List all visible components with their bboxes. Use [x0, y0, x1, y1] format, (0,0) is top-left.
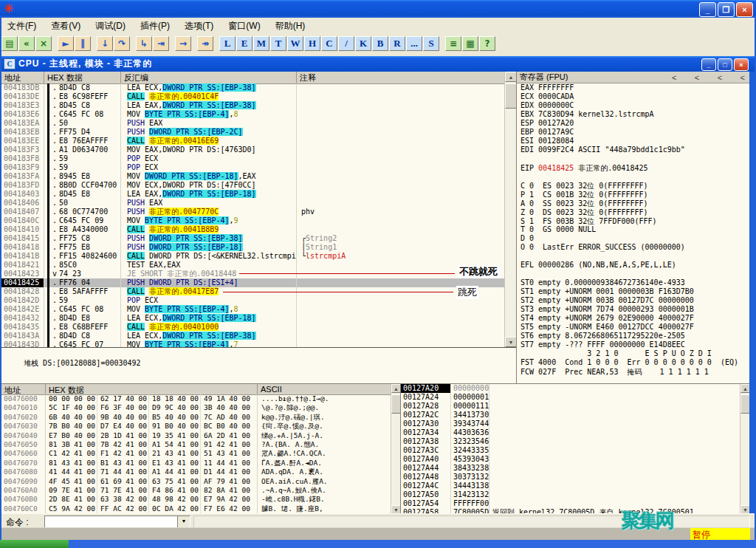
cpu-minimize-button[interactable]: _	[701, 58, 716, 71]
disasm-row[interactable]: 0041842E.C645 FC 08MOV BYTE PTR SS:[EBP-…	[1, 305, 504, 314]
menu-item[interactable]: 文件(F)	[0, 18, 44, 35]
dump-row[interactable]: 0047607081 43 41 00B1 43 41 00E1 43 41 0…	[1, 459, 391, 467]
pane-run-trace-button[interactable]: ...	[406, 36, 422, 51]
menu-item[interactable]: 窗口(W)	[221, 18, 267, 35]
command-combobox[interactable]: ▼	[44, 516, 190, 528]
disasm-row[interactable]: 004183F9.59POP ECX	[1, 163, 504, 172]
dump-row[interactable]: 0047605081 3B 41 007B 42 41 00A1 54 41 0…	[1, 440, 391, 449]
pane-references-button[interactable]: R	[389, 36, 405, 51]
close-button[interactable]: ×	[736, 2, 753, 17]
pane-executables-button[interactable]: E	[236, 36, 252, 51]
stack-row[interactable]: 00127A5031423132	[401, 490, 749, 499]
stack-row[interactable]: 00127A2400000001	[401, 393, 749, 402]
stack-row[interactable]: 00127A2C34413730	[401, 411, 749, 419]
disasm-row[interactable]: 0041843A.8D4D C8LEA ECX,DWORD PTR SS:[EB…	[1, 332, 504, 340]
pane-memory-button[interactable]: M	[253, 36, 269, 51]
dump-row[interactable]: 004760206B 40 40 009B 40 40 00B5 40 40 0…	[1, 413, 391, 422]
disasm-row[interactable]: 004183DB.8D4D C8LEA ECX,DWORD PTR SS:[EB…	[1, 83, 504, 92]
menu-item[interactable]: 调试(D)	[88, 18, 133, 35]
start-button[interactable]	[0, 540, 69, 548]
dump-row[interactable]: 004760A009 7E 41 0071 7E 41 00F4 86 41 0…	[1, 486, 391, 495]
stack-row[interactable]: 00127A3039343744	[401, 419, 749, 428]
dump-row[interactable]: 0047608041 44 41 0071 44 41 00A1 44 41 0…	[1, 467, 391, 476]
restart-button[interactable]: «	[18, 36, 35, 51]
stack-row[interactable]: 00127A2000000000	[401, 384, 749, 393]
animate-over-button[interactable]: ⇥	[153, 36, 169, 51]
stack-row[interactable]: 00127A4438433238	[401, 464, 749, 473]
scroll-up-icon[interactable]: ▲	[740, 384, 749, 393]
stack-row[interactable]: 00127A4830373132	[401, 473, 749, 482]
pane-patches-button[interactable]: /	[338, 36, 354, 51]
scroll-down-icon[interactable]: ▼	[740, 505, 749, 513]
registers-pane[interactable]: 寄存器 (FPU) < < < < EAX FFFFFFFFECX 0000CA…	[516, 72, 749, 383]
dump-row[interactable]: 004760105C 1F 40 00F6 3F 40 00D9 9C 40 0…	[1, 403, 391, 412]
disasm-row[interactable]: 00418425.FF76 04PUSH DWORD PTR DS:[ESI+4…	[1, 278, 504, 287]
execute-till-return-button[interactable]: →	[175, 36, 191, 51]
disasm-row[interactable]: 004183EB.FF75 D4PUSH DWORD PTR SS:[EBP-2…	[1, 128, 504, 137]
dump-row[interactable]: 004760307B B0 40 00D7 E4 40 0091 B0 40 0…	[1, 422, 391, 431]
disasm-row[interactable]: 004183EE.E8 76EAFFFFCALL 非正常的.00416E69	[1, 137, 504, 145]
disasm-row[interactable]: 00418415.FF75 C8PUSH DWORD PTR SS:[EBP-3…	[1, 234, 504, 243]
menu-item[interactable]: 插件(P)	[133, 18, 177, 35]
disasm-row[interactable]: 00418432.8D4D E8LEA ECX,DWORD PTR SS:[EB…	[1, 314, 504, 323]
stack-row[interactable]: 00127A4045393043	[401, 455, 749, 464]
run-button[interactable]: ►	[58, 36, 74, 51]
stack-row[interactable]: 00127A3C32443335	[401, 446, 749, 455]
cpu-window-titlebar[interactable]: C CPU - 主线程, 模块 - 非正常的 _ □ ×	[1, 56, 755, 72]
command-input[interactable]	[45, 516, 177, 527]
dump-row[interactable]: 004760B02D 8E 41 0063 38 42 0048 98 42 0…	[1, 495, 391, 504]
disasm-row[interactable]: 00418435.E8 C68BFEFFCALL 非正常的.00401000	[1, 323, 504, 332]
scroll-down-icon[interactable]: ▼	[505, 337, 517, 347]
pane-windows-button[interactable]: W	[287, 36, 303, 51]
dump-row[interactable]: 0047600000 00 00 0062 17 40 0018 18 40 0…	[1, 394, 391, 403]
disasm-row[interactable]: 0041842D.59POP ECX	[1, 296, 504, 305]
go-to-button[interactable]: ↠	[197, 36, 213, 51]
step-into-button[interactable]: ↓	[97, 36, 113, 51]
disasm-row[interactable]: 004183E3.8D45 C8LEA EAX,DWORD PTR SS:[EB…	[1, 101, 504, 110]
menu-item[interactable]: 选项(T)	[177, 18, 221, 35]
disasm-row[interactable]: 00418403.8D45 E8LEA EAX,DWORD PTR SS:[EB…	[1, 190, 504, 199]
menu-item[interactable]: 查看(V)	[44, 18, 88, 35]
scrollbar-thumb[interactable]	[740, 394, 749, 414]
pane-breakpoints-button[interactable]: B	[372, 36, 388, 51]
menu-item[interactable]: 帮助(H)	[268, 18, 313, 35]
open-file-button[interactable]: ▤	[1, 36, 18, 51]
pane-handles-button[interactable]: H	[304, 36, 320, 51]
cpu-maximize-button[interactable]: □	[718, 58, 732, 71]
pane-call-stack-button[interactable]: K	[355, 36, 371, 51]
pause-button[interactable]: ‖	[75, 36, 91, 51]
appearance-button[interactable]: ▦	[462, 36, 478, 51]
help-button[interactable]: ?	[479, 36, 495, 51]
stack-scrollbar[interactable]: ▲ ▼	[740, 384, 749, 513]
disasm-row[interactable]: 0041841B.FF15 40824600CALL DWORD PTR DS:…	[1, 252, 504, 261]
pane-source-button[interactable]: S	[423, 36, 439, 51]
animate-into-button[interactable]: ↳	[136, 36, 152, 51]
hex-dump-pane[interactable]: 地址 HEX 数据 ASCII 0047600000 00 00 0062 17…	[1, 383, 400, 513]
cpu-close-button[interactable]: ×	[734, 58, 749, 71]
disasm-row[interactable]: 00418418.FF75 E8PUSH DWORD PTR SS:[EBP-1…	[1, 243, 504, 252]
dump-row[interactable]: 00476040E7 B0 40 002B 1D 41 0019 35 41 0…	[1, 431, 391, 440]
disasm-row[interactable]: 00418421.85C0TEST EAX,EAX	[1, 261, 504, 270]
dump-row[interactable]: 004760C0C5 9A 42 00FF AC 42 000C DA 42 0…	[1, 504, 391, 513]
stack-row[interactable]: 00127A3444303636	[401, 428, 749, 437]
disasm-row[interactable]: 00418406.50PUSH EAX	[1, 199, 504, 208]
restore-button[interactable]: ❐	[718, 2, 735, 17]
disasm-row[interactable]: 004183FA.8945 E8MOV DWORD PTR SS:[EBP-18…	[1, 172, 504, 181]
disasm-row[interactable]: 004183F8.59POP ECX	[1, 154, 504, 163]
disassembly-pane[interactable]: 地址 HEX 数据 反汇编 注释 004183DB.8D4D C8LEA ECX…	[1, 72, 516, 347]
pane-log-button[interactable]: L	[219, 36, 236, 51]
windows-list-button[interactable]: ≡	[445, 36, 461, 51]
disasm-row[interactable]: 0041843D.C645 FC 07MOV BYTE PTR SS:[EBP-…	[1, 340, 504, 347]
disasm-row[interactable]: 0041840C.C645 FC 09MOV BYTE PTR SS:[EBP-…	[1, 216, 504, 225]
disasm-row[interactable]: 00418407.68 0C774700PUSH 非正常的.0047770Cph…	[1, 208, 504, 216]
dump-row[interactable]: 004760904F 45 41 0061 69 41 0063 75 41 0…	[1, 477, 391, 486]
step-over-button[interactable]: ↷	[114, 36, 130, 51]
disasm-row[interactable]: 00418423v74 23JE SHORT 非正常的.00418448	[1, 270, 504, 278]
stack-row[interactable]: 00127A2800000111	[401, 402, 749, 411]
stack-pane[interactable]: 00127A200000000000127A240000000100127A28…	[400, 383, 749, 513]
close-program-button[interactable]: ×	[35, 36, 52, 51]
disassembly-scrollbar[interactable]: ▲ ▼	[504, 72, 517, 347]
pane-threads-button[interactable]: T	[270, 36, 286, 51]
stack-row[interactable]: 00127A54FFFFFF00	[401, 499, 749, 508]
stack-row[interactable]: 00127A587C80005D返回到 kernel32.7C80005D 来自…	[401, 508, 749, 513]
